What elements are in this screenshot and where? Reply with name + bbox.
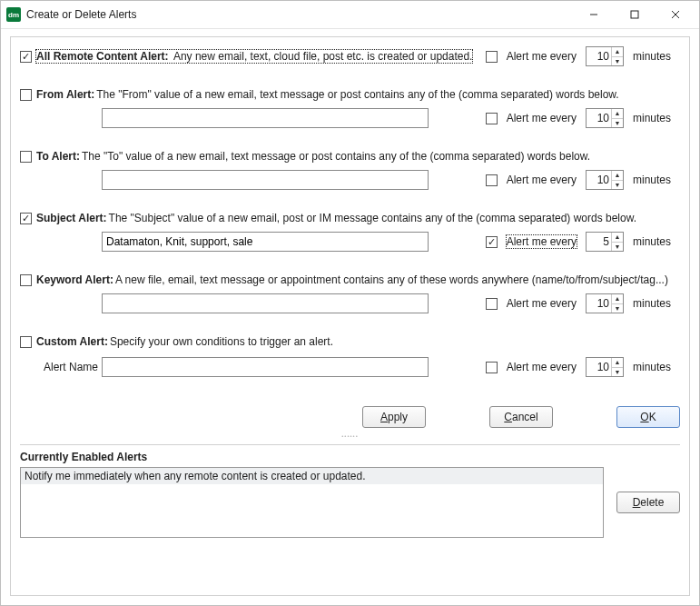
custom-alert-name-label: Alert Name [20,361,102,373]
custom-alert-desc: Specify your own conditions to trigger a… [110,335,333,348]
remote-every-value: 10 [587,50,611,63]
to-every-unit: minutes [633,174,680,186]
to-alert-checkbox[interactable] [20,151,32,163]
to-every-value: 10 [587,174,611,186]
to-alert-desc: The "To" value of a new email, text mess… [82,150,590,163]
subject-alert-desc: The "Subject" value of a new email, post… [109,212,636,224]
window-maximize-button[interactable] [614,2,655,27]
keyword-spin-buttons[interactable]: ▲▼ [611,294,623,313]
to-every-spinner[interactable]: 10 ▲▼ [586,170,624,190]
button-bar: Apply Cancel OK [20,399,680,433]
remote-spin-buttons[interactable]: ▲▼ [611,47,623,65]
custom-every-checkbox[interactable] [486,362,498,373]
spin-up-icon[interactable]: ▲ [612,358,623,368]
from-every-value: 10 [587,112,611,124]
from-every-spinner[interactable]: 10 ▲▼ [586,108,624,128]
custom-every-label: Alert me every [507,361,577,373]
titlebar: dm Create or Delete Alerts [1,1,699,29]
spin-up-icon[interactable]: ▲ [612,233,623,243]
window-title: Create or Delete Alerts [26,8,573,21]
to-alert-label: To Alert: [36,150,80,163]
from-every-unit: minutes [633,112,680,124]
to-every-checkbox[interactable] [486,174,498,186]
keyword-every-checkbox[interactable] [486,298,498,310]
spin-down-icon[interactable]: ▼ [612,57,623,66]
app-icon: dm [6,7,21,22]
window-minimize-button[interactable] [573,2,614,27]
enabled-alerts-listbox[interactable]: Notify me immediately when any remote co… [20,467,604,538]
spin-down-icon[interactable]: ▼ [612,119,623,128]
cancel-button[interactable]: Cancel [489,406,553,428]
from-alert-checkbox[interactable] [20,89,32,101]
from-alert-label: From Alert: [36,88,94,101]
subject-alert-checkbox[interactable] [20,213,32,224]
remote-alert-label: All Remote Content Alert: [36,50,169,63]
spin-down-icon[interactable]: ▼ [612,243,623,252]
from-alert-input[interactable] [102,108,429,128]
from-spin-buttons[interactable]: ▲▼ [611,109,623,127]
to-alert-block: To Alert: The "To" value of a new email,… [20,150,680,190]
keyword-every-spinner[interactable]: 10 ▲▼ [586,293,624,313]
list-item[interactable]: Notify me immediately when any remote co… [21,468,603,484]
content-area: All Remote Content Alert: Any new email,… [1,29,699,605]
to-spin-buttons[interactable]: ▲▼ [611,171,623,189]
custom-every-unit: minutes [633,361,680,373]
keyword-alert-desc: A new file, email, text message or appoi… [115,273,668,286]
spin-up-icon[interactable]: ▲ [612,109,623,119]
svg-rect-1 [631,11,638,18]
from-alert-block: From Alert: The "From" value of a new em… [20,88,680,128]
custom-alert-block: Custom Alert: Specify your own condition… [20,335,680,377]
custom-alert-name-input[interactable] [102,357,429,377]
from-every-checkbox[interactable] [486,113,498,124]
remote-alert-block: All Remote Content Alert: Any new email,… [20,46,680,66]
enabled-alerts-header: Currently Enabled Alerts [20,444,680,463]
subject-spin-buttons[interactable]: ▲▼ [611,233,623,251]
custom-alert-checkbox[interactable] [20,336,32,348]
remote-every-label: Alert me every [507,50,577,63]
custom-spin-buttons[interactable]: ▲▼ [611,358,623,376]
custom-every-value: 10 [587,361,611,373]
remote-every-unit: minutes [633,50,680,63]
from-alert-desc: The "From" value of a new email, text me… [96,88,618,101]
keyword-alert-input[interactable] [102,293,429,313]
keyword-every-label: Alert me every [507,297,577,310]
delete-button[interactable]: Delete [616,492,680,513]
apply-button[interactable]: Apply [362,406,426,428]
subject-every-value: 5 [587,235,611,248]
from-every-label: Alert me every [507,112,577,124]
spin-down-icon[interactable]: ▼ [612,181,623,190]
spin-up-icon[interactable]: ▲ [612,171,623,181]
subject-alert-input[interactable] [102,232,429,252]
spin-up-icon[interactable]: ▲ [612,47,623,57]
subject-alert-label: Subject Alert: [36,212,107,224]
to-every-label: Alert me every [507,174,577,186]
spin-down-icon[interactable]: ▼ [612,368,623,377]
splitter-gripper-icon[interactable]: •••••• [20,433,680,439]
subject-every-checkbox[interactable] [486,236,498,248]
remote-every-spinner[interactable]: 10 ▲▼ [586,46,624,66]
keyword-every-unit: minutes [633,297,680,310]
window-close-button[interactable] [655,2,695,27]
subject-every-label: Alert me every [507,235,577,248]
window-root: dm Create or Delete Alerts All Remote Co… [0,0,700,606]
remote-every-checkbox[interactable] [486,51,498,63]
to-alert-input[interactable] [102,170,429,190]
custom-every-spinner[interactable]: 10 ▲▼ [586,357,624,377]
remote-alert-checkbox[interactable] [20,51,32,63]
keyword-alert-block: Keyword Alert: A new file, email, text m… [20,273,680,313]
keyword-alert-checkbox[interactable] [20,274,32,286]
remote-alert-desc: Any new email, text, cloud file, post et… [173,50,473,63]
spin-down-icon[interactable]: ▼ [612,304,623,313]
enabled-alerts-area: Notify me immediately when any remote co… [20,467,680,538]
keyword-every-value: 10 [587,297,611,310]
subject-every-spinner[interactable]: 5 ▲▼ [586,232,624,252]
subject-every-unit: minutes [633,235,680,248]
main-panel: All Remote Content Alert: Any new email,… [10,36,690,596]
spin-up-icon[interactable]: ▲ [612,294,623,304]
ok-button[interactable]: OK [616,406,680,428]
custom-alert-label: Custom Alert: [36,335,108,348]
subject-alert-block: Subject Alert: The "Subject" value of a … [20,212,680,252]
keyword-alert-label: Keyword Alert: [36,273,113,286]
